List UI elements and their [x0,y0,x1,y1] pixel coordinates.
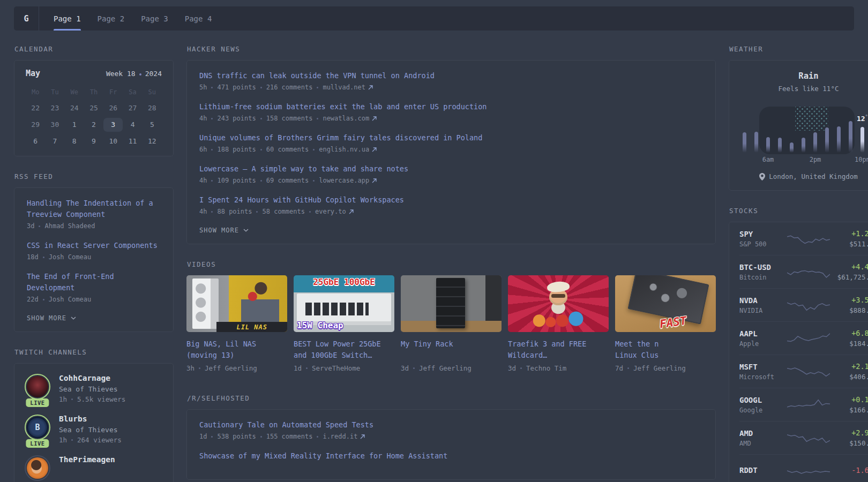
reddit-item-title[interactable]: Showcase of my Mixed Reality Interface f… [199,450,703,462]
reddit-item-meta: 1d538 points155 commentsi.redd.it [199,433,703,440]
thumbnail-overlay-text: FAST [659,314,687,331]
show-more-label: SHOW MORE [27,314,66,322]
hackernews-show-more-button[interactable]: SHOW MORE [199,225,703,236]
stock-info: RDDT [739,466,787,477]
hackernews-item-title[interactable]: Lithium-free sodium batteries exit the l… [199,101,703,112]
video-title[interactable]: Traefik 3 and FREE Wildcard… [508,338,609,361]
meta-text: 188 points [217,146,256,153]
thumbnail-decor [485,275,502,321]
avatar: B [25,415,50,440]
separator-dot [43,257,44,258]
precipitation-dots [795,107,828,131]
stock-info: SPYS&P 500 [739,230,787,248]
reddit-item-title[interactable]: Cautionary Tale on Automated Speed Tests [199,419,703,431]
video-thumbnail[interactable] [401,275,502,332]
twitch-viewers: 1h5.5k viewers [59,395,125,403]
weather-bar [778,138,782,153]
source-domain[interactable]: mullvad.net [323,84,365,91]
app-logo[interactable]: G [14,6,39,31]
source-domain[interactable]: every.to [315,208,346,215]
video-card[interactable]: My Tiny Rack3dJeff Geerling [401,275,502,372]
source-domain[interactable]: i.redd.it [323,433,357,440]
calendar-day: 1 [65,118,84,132]
tab-label: Page 3 [141,14,168,23]
rss-show-more-button[interactable]: SHOW MORE [27,313,161,324]
separator-dot [256,211,258,213]
twitch-game: Sea of Thieves [59,426,122,434]
meta-text: 4h [199,208,207,215]
separator-dot [413,367,415,369]
tab-page-2[interactable]: Page 2 [98,6,125,31]
calendar-day: 22 [26,101,45,115]
stock-info: AMDAMD [739,429,787,447]
meta-text: 109 points [217,177,256,184]
rss-item-title[interactable]: The End of Front-End Development [27,271,161,293]
video-thumbnail[interactable] [508,275,609,332]
rss-item-title[interactable]: CSS in React Server Components [27,240,161,251]
video-card[interactable]: Traefik 3 and FREE Wildcard…3dTechno Tim [508,275,609,372]
twitch-channel[interactable]: ThePrimeagen [25,455,163,481]
twitch-channel-name[interactable]: Blurbs [59,415,122,423]
video-card[interactable]: LIL NASBig NAS, Lil NAS (moving 13)3hJef… [186,275,287,372]
hackernews-item-title[interactable]: Lowercase – A simple way to take and sha… [199,163,703,175]
hackernews-item-title[interactable]: I Spent 24 Hours with GitHub Copilot Wor… [199,194,703,206]
calendar-day: 2 [84,118,103,132]
video-card[interactable]: 25GbE 100GbE15W CheapBEST Low Power 25Gb… [294,275,394,372]
hackernews-item-title[interactable]: Unique volumes of Brothers Grimm fairy t… [199,132,703,144]
calendar-day: 10 [103,134,123,148]
hackernews-list: DNS traffic can leak outside the VPN tun… [199,70,703,215]
stocks-widget: STOCKS SPYS&P 500+1.29%$511.57BTC-USDBit… [729,207,868,482]
twitch-channel-name[interactable]: ThePrimeagen [59,455,115,464]
stock-row[interactable]: AMDAMD+2.94%$150.45 [739,421,868,455]
stock-price: $406.43 [830,373,868,381]
hackernews-widget: HACKER NEWS DNS traffic can leak outside… [186,45,716,244]
video-title[interactable]: BEST Low Power 25GbE and 100GbE Switch… [294,338,394,361]
source-domain[interactable]: newatlas.com [323,115,369,122]
video-thumbnail[interactable]: FAST [615,275,716,332]
stock-row[interactable]: AAPLApple+6.87%$184.91 [739,322,868,355]
stock-row[interactable]: NVDANVIDIA+3.52%$888.40 [739,289,868,322]
tab-page-3[interactable]: Page 3 [141,6,168,31]
tab-page-4[interactable]: Page 4 [185,6,212,31]
time-label: 2pm [810,156,821,163]
tab-page-1[interactable]: Page 1 [54,6,81,31]
source-domain[interactable]: english.nv.ua [319,146,369,153]
thumbnail-overlay-text: 15W Cheap [297,320,343,330]
twitch-channel[interactable]: LIVECohhCarnageSea of Thieves1h5.5k view… [25,374,163,403]
external-link-icon [372,116,377,121]
video-title[interactable]: Big NAS, Lil NAS (moving 13) [186,338,287,361]
stock-name: NVIDIA [739,307,787,314]
hackernews-item-title[interactable]: DNS traffic can leak outside the VPN tun… [199,70,703,81]
source-domain[interactable]: lowercase.app [319,177,369,184]
stock-symbol: RDDT [739,466,787,475]
video-card[interactable]: FASTMeet the n Linux Clus7dJeff Geerling [615,275,716,372]
stock-sparkline [787,463,830,479]
stock-price: $184.91 [830,340,868,348]
twitch-widget: TWITCH CHANNELS LIVECohhCarnageSea of Th… [14,348,174,482]
stock-info: MSFTMicrosoft [739,363,787,381]
current-hour-bar [860,127,864,153]
twitch-channel[interactable]: BLIVEBlurbsSea of Thieves1h264 viewers [25,415,163,444]
stock-row[interactable]: GOOGLGoogle+0.10%$166.78 [739,388,868,421]
stock-row[interactable]: MSFTMicrosoft+2.16%$406.43 [739,355,868,388]
chevron-down-icon [243,229,249,232]
weather-location: London, United Kingdom [742,172,868,180]
video-thumbnail[interactable]: 25GbE 100GbE15W Cheap [294,275,394,332]
meta-text: 538 points [217,433,256,440]
calendar-day: 25 [84,101,103,115]
video-thumbnail[interactable]: LIL NAS [186,275,287,332]
calendar-weekday: We [65,87,84,97]
stock-row[interactable]: RDDT-1.65% [739,455,868,482]
twitch-channel-name[interactable]: CohhCarnage [59,374,125,382]
calendar-day: 27 [123,101,142,115]
rss-item-title[interactable]: Handling The Indentation of a Treeview C… [27,198,161,220]
video-title[interactable]: Meet the n Linux Clus [615,338,716,361]
top-nav: G Page 1Page 2Page 3Page 4 [14,6,854,31]
reddit-widget: /R/SELFHOSTED Cautionary Tale on Automat… [186,394,716,480]
video-title[interactable]: My Tiny Rack [401,338,502,361]
calendar-day: 5 [143,118,162,132]
stock-row[interactable]: BTC-USDBitcoin+4.40%$61,725.48 [739,255,868,289]
stock-price: $150.45 [830,439,868,447]
calendar-widget: CALENDAR May Week 182024 MoTuWeThFrSaSu2… [14,45,174,156]
stock-row[interactable]: SPYS&P 500+1.29%$511.57 [739,222,868,255]
